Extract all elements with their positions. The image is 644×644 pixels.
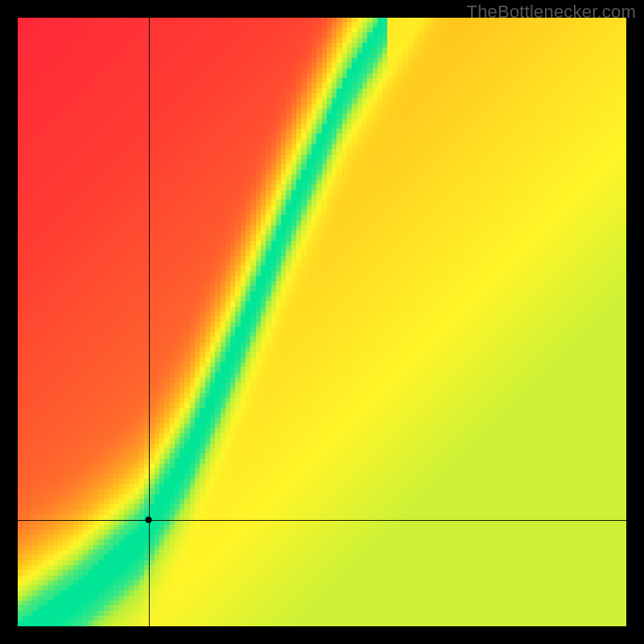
- watermark-text: TheBottlenecker.com: [467, 2, 636, 23]
- chart-frame: TheBottlenecker.com: [0, 0, 644, 644]
- bottleneck-heatmap: [18, 18, 626, 626]
